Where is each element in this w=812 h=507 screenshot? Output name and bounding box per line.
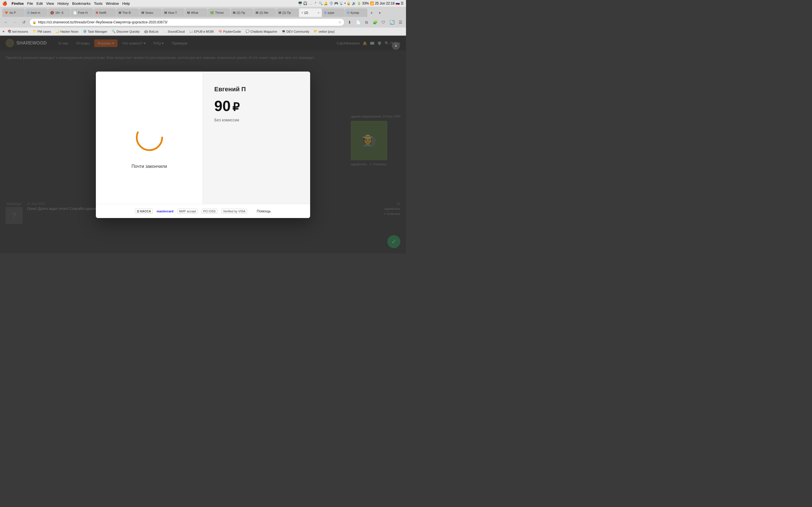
tab-16[interactable]: G Купир: [345, 8, 367, 17]
tab-favicon-14: ×: [301, 11, 303, 14]
amount-number: 90: [214, 98, 231, 114]
bookmark-vektor[interactable]: 📂 vektor [psy]: [312, 29, 336, 34]
modal-close-button[interactable]: ×: [392, 42, 400, 50]
tab-favicon-13: M: [278, 11, 281, 14]
pip-icon[interactable]: ⧉: [363, 19, 370, 25]
bookmark-discover-quickly[interactable]: 🔍 Discover Quickly: [110, 29, 141, 34]
tab-3[interactable]: 🔞 18+ S: [48, 8, 70, 17]
browser-chrome: 🦊 he P G best m 🔞 18+ S 📄 Free H N Netfl…: [0, 7, 406, 36]
tab-favicon-3: 🔞: [50, 11, 54, 15]
reader-mode-icon[interactable]: 📄: [355, 19, 361, 25]
menu-bookmarks[interactable]: Bookmarks: [72, 1, 91, 6]
forward-button[interactable]: →: [11, 18, 18, 26]
modal-left-panel: Почти закончили: [96, 71, 203, 218]
url-text: https://s3.sharewood.bz/threads/Олег-Яку…: [38, 20, 337, 24]
help-link[interactable]: Помощь: [257, 209, 271, 213]
tab-2[interactable]: G best m: [25, 8, 48, 17]
tab-label-15: кури: [328, 11, 335, 14]
new-tab-button[interactable]: +: [368, 9, 375, 17]
tab-bar: 🦊 he P G best m 🔞 18+ S 📄 Free H N Netfl…: [0, 7, 406, 17]
tab-label-11: (2) Пр: [237, 11, 245, 14]
address-bar-row: ← → ↺ 🔒 https://s3.sharewood.bz/threads/…: [0, 17, 406, 27]
tab-13[interactable]: M (2) Пр: [276, 8, 299, 17]
tab-favicon-5: N: [96, 11, 98, 14]
menu-tools[interactable]: Tools: [94, 1, 102, 6]
menu-help[interactable]: Help: [122, 1, 130, 6]
tab-label-13: (2) Пр: [282, 11, 291, 14]
tab-7[interactable]: M Searc: [139, 8, 162, 17]
bookmark-soundcloud[interactable]: ☁️ SoundCloud: [161, 29, 187, 34]
mir-logo: МИР accept: [177, 209, 198, 214]
payment-amount: 90 ₽: [214, 98, 299, 114]
tab-1[interactable]: 🦊 he P: [2, 8, 25, 17]
tab-favicon-15: G: [324, 11, 327, 14]
loading-text: Почти закончили: [132, 164, 167, 169]
tab-label-9: What: [191, 11, 198, 14]
tab-close-14[interactable]: ×: [318, 11, 319, 14]
tab-label-12: (2) Me: [259, 11, 268, 14]
tab-4[interactable]: 📄 Free H: [71, 8, 93, 17]
tab-favicon-2: G: [28, 11, 30, 14]
tab-label-14: (2): [304, 11, 308, 14]
extensions-icon[interactable]: 🧩: [371, 19, 378, 25]
menu-edit[interactable]: Edit: [36, 1, 43, 6]
tab-favicon-4: 📄: [73, 11, 77, 15]
tab-favicon-7: M: [142, 11, 144, 14]
kassa-logo: Ω КACCA: [135, 209, 153, 214]
tab-9[interactable]: M What: [185, 8, 207, 17]
tab-list-button[interactable]: ▾: [376, 9, 384, 17]
system-status-bar: 🖥️ 🎧 ☁️ 🖱️ 🔍 🔔 🛡️ 🎮 📡 • 🔒 🔊 🔋 33% 📶 25 J…: [298, 1, 404, 5]
tab-8[interactable]: M How T: [162, 8, 185, 17]
tab-label-10: Thrive: [215, 11, 224, 14]
sync-icon[interactable]: 🔄: [389, 19, 395, 25]
menu-icon[interactable]: ☰: [397, 19, 404, 25]
menu-history[interactable]: History: [57, 1, 69, 6]
tab-favicon-11: M: [233, 11, 236, 14]
back-button[interactable]: ←: [2, 18, 10, 26]
tab-12[interactable]: M (2) Me: [253, 8, 276, 17]
bookmark-botlist[interactable]: 🤖 BotList: [142, 29, 160, 34]
tab-label-7: Searc: [145, 11, 153, 14]
bookmark-pm-cases[interactable]: 📁 PM cases: [31, 29, 53, 34]
tab-label-16: Купир: [351, 11, 359, 14]
tab-favicon-9: M: [187, 11, 190, 14]
mac-menubar: 🍎 Firefox File Edit View History Bookmar…: [0, 0, 406, 7]
tab-11[interactable]: M (2) Пр: [231, 8, 253, 17]
menu-firefox[interactable]: Firefox: [11, 1, 24, 6]
bookmark-task-manager[interactable]: ⚙️ Task Manager: [81, 29, 109, 34]
no-commission-label: Без комиссии: [214, 118, 299, 122]
bookmark-bot-lessons[interactable]: 📚 bot lessons: [6, 29, 30, 34]
downloads-icon[interactable]: ⬇: [346, 19, 353, 25]
tab-5[interactable]: N Netfli: [94, 8, 116, 17]
tab-14-active[interactable]: × (2) ×: [299, 8, 322, 17]
bookmark-psyberguide[interactable]: 🧠 PsyberGuide: [216, 29, 243, 34]
loading-spinner: [133, 121, 166, 154]
tab-label-6: The B: [122, 11, 131, 14]
bookmark-star-icon[interactable]: ☆: [338, 20, 342, 24]
menu-view[interactable]: View: [46, 1, 54, 6]
reload-button[interactable]: ↺: [20, 18, 28, 26]
main-content: 🌲 SHAREWOOD О нас Отзывы Форумы ▾ Что но…: [0, 36, 406, 253]
address-bar[interactable]: 🔒 https://s3.sharewood.bz/threads/Олег-Я…: [29, 18, 345, 26]
tab-label-8: How T: [168, 11, 177, 14]
bookmark-chatbots-magazine[interactable]: 💬 Chatbots Magazine: [244, 29, 279, 34]
address-bar-right-icons: ☆: [338, 20, 342, 24]
tab-15[interactable]: G кури: [322, 8, 345, 17]
recipient-name: Евгений П: [214, 86, 299, 93]
toolbar-right: ⬇ 📄 ⧉ 🧩 🛡 🔄 ☰: [346, 19, 404, 25]
tab-favicon-16: G: [347, 11, 350, 14]
currency-symbol: ₽: [232, 101, 239, 114]
menu-file[interactable]: File: [27, 1, 33, 6]
tab-6[interactable]: M The B: [116, 8, 139, 17]
bookmark-dev-community[interactable]: 💻 DEV Community: [280, 29, 311, 34]
bookmarks-bar: ★ 📚 bot lessons 📁 PM cases 🌙 Hacker Noon…: [0, 27, 406, 36]
bookmark-epub-mobi[interactable]: 📖 EPUB в MOBI: [188, 29, 215, 34]
mastercard-logo: mastercard: [157, 210, 173, 213]
payment-logos: Ω КACCA mastercard МИР accept PCI DSS Ve…: [135, 209, 247, 214]
menu-window[interactable]: Window: [106, 1, 119, 6]
vpn-icon[interactable]: 🛡: [380, 19, 387, 25]
tab-label-2: best m: [31, 11, 40, 14]
apple-icon: 🍎: [2, 1, 7, 6]
bookmark-hacker-noon[interactable]: 🌙 Hacker Noon: [54, 29, 80, 34]
tab-10[interactable]: 🌿 Thrive: [208, 8, 231, 17]
